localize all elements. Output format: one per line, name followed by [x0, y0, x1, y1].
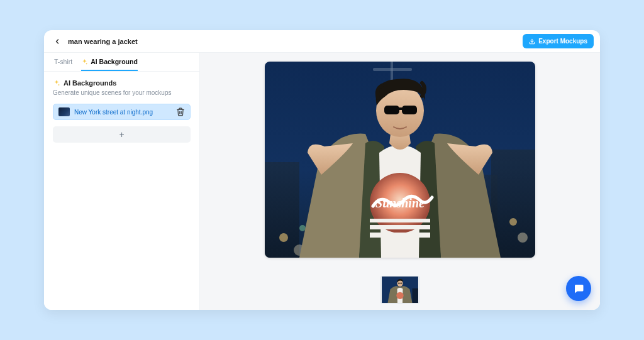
svg-point-8 — [299, 225, 306, 231]
plus-icon: + — [119, 129, 124, 140]
svg-rect-19 — [402, 106, 417, 114]
chat-icon — [573, 283, 584, 294]
download-icon — [529, 38, 535, 45]
sparkle-icon — [81, 58, 88, 65]
svg-rect-14 — [370, 225, 430, 229]
chevron-left-icon — [53, 38, 61, 45]
svg-rect-2 — [265, 162, 299, 258]
svg-rect-20 — [399, 107, 402, 110]
preview-container: Sunshine — [213, 62, 587, 268]
svg-rect-22 — [413, 288, 418, 303]
app-window: man wearing a jacket Export Mockups T-sh… — [44, 30, 600, 310]
svg-rect-18 — [384, 106, 399, 114]
svg-rect-6 — [373, 68, 412, 71]
export-button[interactable]: Export Mockups — [523, 34, 594, 48]
add-background-button[interactable]: + — [53, 126, 191, 143]
svg-point-7 — [279, 233, 288, 242]
sidebar: T-shirt AI Background AI Backgrounds Gen… — [44, 53, 200, 310]
panel-title-text: AI Backgrounds — [64, 79, 116, 87]
svg-rect-3 — [491, 150, 535, 258]
stage: Sunshine — [200, 53, 600, 310]
header: man wearing a jacket Export Mockups — [44, 30, 600, 53]
tab-ai-background[interactable]: AI Background — [81, 53, 138, 71]
svg-rect-25 — [398, 283, 400, 283]
panel-subtitle: Generate unique scenes for your mockups — [53, 89, 191, 96]
back-button[interactable] — [50, 35, 64, 48]
background-thumbnail — [58, 107, 70, 116]
svg-point-23 — [396, 292, 403, 299]
svg-rect-26 — [400, 283, 402, 283]
svg-rect-15 — [370, 233, 430, 238]
tabs: T-shirt AI Background — [44, 53, 199, 72]
thumbnail-strip — [380, 276, 420, 304]
svg-rect-13 — [370, 219, 430, 222]
panel-title: AI Backgrounds — [53, 79, 191, 87]
delete-button[interactable] — [176, 107, 185, 116]
thumbnail[interactable] — [380, 276, 420, 304]
tab-label: T-shirt — [54, 58, 72, 65]
page-title: man wearing a jacket — [68, 38, 138, 45]
export-label: Export Mockups — [538, 38, 587, 45]
svg-text:Sunshine: Sunshine — [375, 196, 425, 210]
sparkle-icon — [53, 79, 60, 87]
mockup-preview[interactable]: Sunshine — [265, 62, 535, 258]
svg-point-9 — [509, 218, 517, 226]
tab-tshirt[interactable]: T-shirt — [54, 53, 72, 71]
mockup-image: Sunshine — [265, 62, 535, 258]
trash-icon — [176, 107, 185, 116]
background-item[interactable]: New York street at night.png — [53, 104, 191, 120]
tab-label: AI Background — [91, 58, 138, 65]
ai-backgrounds-panel: AI Backgrounds Generate unique scenes fo… — [44, 72, 199, 150]
thumbnail-image — [380, 277, 419, 303]
svg-point-10 — [518, 233, 528, 243]
background-name: New York street at night.png — [74, 109, 172, 116]
body: T-shirt AI Background AI Backgrounds Gen… — [44, 53, 600, 310]
chat-button[interactable] — [566, 276, 591, 301]
